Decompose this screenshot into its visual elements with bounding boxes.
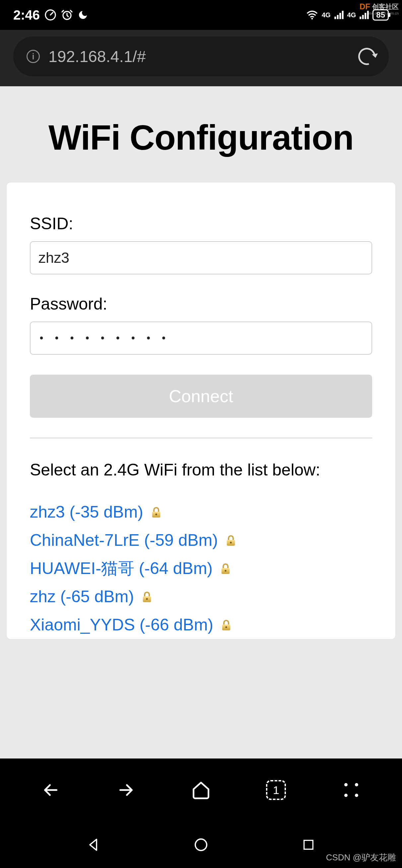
wifi-list-hint: Select an 2.4G WiFi from the list below:	[30, 458, 372, 482]
status-left: 2:46	[13, 8, 88, 23]
lock-icon	[140, 590, 154, 604]
signal-bars-2-icon	[359, 11, 369, 19]
sys-recent-button[interactable]	[299, 835, 318, 855]
password-input[interactable]	[30, 321, 372, 355]
svg-point-12	[155, 513, 157, 515]
wifi-item[interactable]: HUAWEI-猫哥 (-64 dBm)	[30, 554, 372, 583]
watermark-bottom: CSDN @驴友花雕	[326, 852, 396, 863]
svg-rect-5	[339, 13, 341, 19]
sys-back-button[interactable]	[84, 835, 103, 855]
reload-icon[interactable]	[355, 44, 378, 68]
address-bar[interactable]: i 192.168.4.1/#	[13, 36, 389, 76]
menu-dots-icon	[344, 783, 358, 797]
wifi-item-label: ChinaNet-7LrE (-59 dBm)	[30, 526, 218, 554]
connect-button[interactable]: Connect	[30, 375, 372, 418]
home-button[interactable]	[188, 777, 214, 803]
page-content: WiFi Configuration SSID: Password: Conne…	[0, 86, 402, 758]
menu-button[interactable]	[338, 777, 365, 803]
url-text: 192.168.4.1/#	[49, 48, 349, 66]
watermark-top: DF 创客社区 mc.dfrobot.com.cn	[360, 2, 399, 11]
signal-bars-1-icon	[334, 11, 344, 19]
lock-icon	[224, 533, 238, 548]
password-label: Password:	[30, 294, 372, 314]
svg-point-18	[146, 598, 148, 599]
svg-rect-9	[365, 13, 367, 19]
svg-rect-7	[360, 17, 362, 19]
svg-rect-8	[362, 15, 364, 19]
wifi-icon	[306, 10, 318, 20]
tab-count: 1	[266, 780, 286, 800]
network-type-2: 4G	[347, 11, 356, 19]
divider	[30, 438, 372, 438]
watermark-brand: DF	[360, 2, 370, 11]
wifi-item[interactable]: Xiaomi_YYDS (-66 dBm)	[30, 611, 372, 639]
watermark-text: 创客社区	[372, 2, 399, 11]
browser-nav: 1	[0, 758, 402, 822]
wifi-item-label: Xiaomi_YYDS (-66 dBm)	[30, 611, 213, 639]
site-info-icon[interactable]: i	[27, 50, 40, 63]
wifi-item[interactable]: zhz (-65 dBm)	[30, 583, 372, 611]
svg-point-16	[224, 570, 226, 571]
watermark-sub: mc.dfrobot.com.cn	[369, 11, 399, 15]
status-bar: 2:46 4G 4G	[0, 0, 402, 30]
svg-point-2	[311, 18, 313, 20]
browser-address-area: i 192.168.4.1/#	[0, 30, 402, 86]
wifi-item-label: zhz (-65 dBm)	[30, 583, 134, 611]
wifi-item[interactable]: zhz3 (-35 dBm)	[30, 498, 372, 526]
svg-rect-4	[337, 15, 338, 19]
config-card: SSID: Password: Connect Select an 2.4G W…	[7, 183, 395, 639]
svg-point-20	[225, 626, 227, 628]
svg-point-21	[195, 839, 207, 851]
svg-rect-3	[334, 17, 336, 19]
lock-icon	[149, 505, 163, 519]
wifi-item[interactable]: ChinaNet-7LrE (-59 dBm)	[30, 526, 372, 554]
page-title: WiFi Configuration	[0, 86, 402, 183]
speedometer-icon	[44, 9, 56, 21]
network-type-1: 4G	[322, 11, 331, 19]
sys-home-button[interactable]	[191, 835, 211, 855]
svg-rect-22	[304, 840, 313, 849]
forward-button[interactable]	[113, 777, 139, 803]
svg-rect-6	[342, 11, 343, 19]
ssid-label: SSID:	[30, 214, 372, 233]
lock-icon	[219, 562, 233, 576]
lock-icon	[219, 618, 233, 632]
alarm-icon	[61, 9, 73, 21]
moon-icon	[78, 10, 88, 20]
wifi-item-label: HUAWEI-猫哥 (-64 dBm)	[30, 554, 213, 583]
ssid-input[interactable]	[30, 241, 372, 274]
status-time: 2:46	[13, 8, 40, 23]
back-button[interactable]	[37, 777, 64, 803]
svg-point-14	[230, 541, 231, 543]
tabs-button[interactable]: 1	[263, 777, 289, 803]
wifi-list: zhz3 (-35 dBm)ChinaNet-7LrE (-59 dBm)HUA…	[30, 498, 372, 639]
wifi-item-label: zhz3 (-35 dBm)	[30, 498, 143, 526]
